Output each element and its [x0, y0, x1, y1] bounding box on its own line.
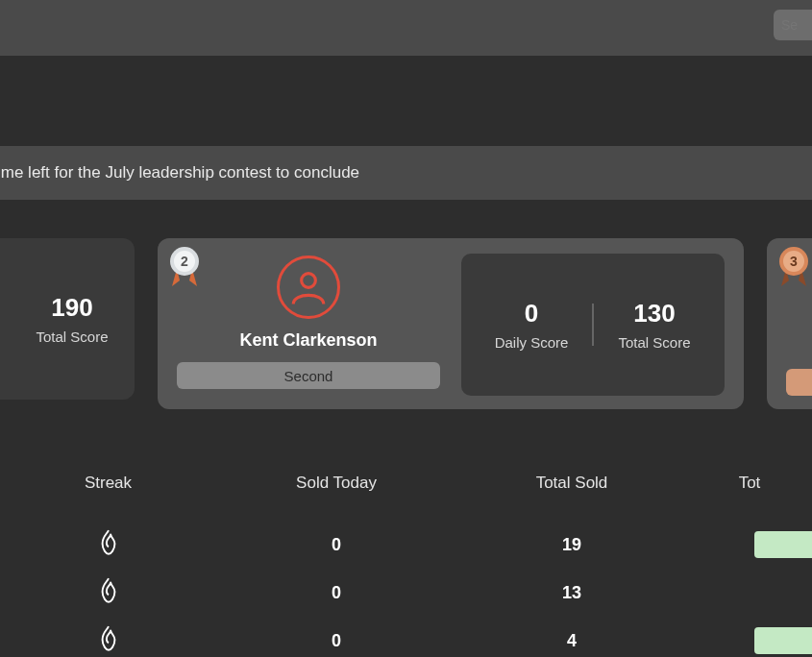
search-input[interactable]	[774, 10, 812, 40]
total-score-label: Total Score	[19, 328, 125, 345]
header-spacer	[0, 56, 812, 146]
leader-card-featured: 2 Kent Clarkenson Second 0 Daily Score 1…	[158, 238, 744, 409]
daily-score-block: 0 Daily Score	[471, 299, 592, 351]
flame-icon	[0, 528, 216, 561]
total-score-block: 190 Total Score	[19, 293, 125, 345]
daily-score-label: Daily Score	[471, 334, 592, 351]
sold-today-value: 0	[216, 535, 456, 555]
banner-text: ime left for the July leadership contest…	[0, 163, 359, 182]
flame-icon	[0, 624, 216, 657]
header-tot: Tot	[687, 474, 812, 493]
table-row: 0 19	[0, 521, 812, 569]
header-streak: Streak	[0, 474, 216, 493]
svg-text:2: 2	[181, 254, 188, 269]
contest-banner: ime left for the July leadership contest…	[0, 146, 812, 200]
leader-card-first: 190 Total Score	[0, 238, 135, 400]
flame-icon	[0, 576, 216, 609]
total-score-value: 130	[594, 299, 715, 328]
header-sold-today: Sold Today	[216, 474, 456, 493]
total-sold-value: 19	[456, 535, 687, 555]
status-chip	[754, 627, 812, 654]
sold-today-value: 0	[216, 631, 456, 651]
total-score-block: 130 Total Score	[594, 299, 715, 351]
svg-point-5	[302, 274, 316, 288]
table-row: 0 13	[0, 569, 812, 617]
profile-name: Kent Clarkenson	[239, 330, 377, 351]
top-bar	[0, 0, 812, 56]
total-score-label: Total Score	[594, 334, 715, 351]
profile-block: Kent Clarkenson Second	[177, 254, 440, 396]
table-row: 0 4	[0, 617, 812, 657]
svg-text:3: 3	[790, 254, 798, 269]
medal-icon: 3	[776, 246, 811, 288]
leaderboard-cards: 190 Total Score 2 Kent Clarkenson Second…	[0, 238, 726, 409]
rank-pill-partial	[786, 369, 812, 396]
table-header: Streak Sold Today Total Sold Tot	[0, 459, 812, 507]
avatar	[277, 256, 340, 319]
total-sold-value: 13	[456, 583, 687, 603]
score-pair: 0 Daily Score 130 Total Score	[461, 254, 725, 396]
medal-icon: 2	[167, 246, 202, 288]
rank-pill: Second	[177, 362, 440, 389]
total-sold-value: 4	[456, 631, 687, 651]
status-chip	[754, 531, 812, 558]
header-total-sold: Total Sold	[456, 474, 687, 493]
total-score-value: 190	[19, 293, 125, 323]
stats-table: Streak Sold Today Total Sold Tot 0 19 0 …	[0, 459, 812, 657]
sold-today-value: 0	[216, 583, 456, 603]
leader-card-third: 3	[767, 238, 812, 409]
daily-score-value: 0	[471, 299, 592, 328]
